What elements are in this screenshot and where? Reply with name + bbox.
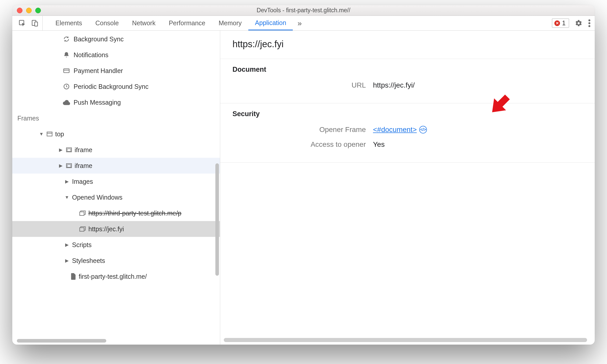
sidebar-item-label: Payment Handler bbox=[74, 67, 123, 75]
expand-icon[interactable]: ▶ bbox=[64, 242, 69, 248]
frame-icon bbox=[66, 147, 72, 153]
settings-icon[interactable] bbox=[575, 19, 582, 27]
tab-application[interactable]: Application bbox=[248, 16, 293, 30]
error-count: 1 bbox=[562, 19, 566, 27]
sidebar-item-label: Background Sync bbox=[74, 35, 124, 43]
url-key: URL bbox=[232, 81, 373, 89]
document-icon bbox=[71, 273, 76, 280]
window-titlebar: DevTools - first-party-test.glitch.me// bbox=[12, 5, 595, 16]
tree-label: Scripts bbox=[72, 241, 91, 249]
opened-window-jec-fyi[interactable]: https://jec.fyi bbox=[12, 221, 220, 237]
tree-label: https://third-party-test.glitch.me/p bbox=[88, 210, 181, 217]
tab-console[interactable]: Console bbox=[89, 16, 125, 30]
tab-elements[interactable]: Elements bbox=[49, 16, 89, 30]
sidebar-item-notifications[interactable]: Notifications bbox=[12, 47, 220, 63]
expand-icon[interactable]: ▶ bbox=[58, 147, 63, 153]
tree-label: Images bbox=[72, 178, 93, 185]
main-horizontal-scrollbar[interactable] bbox=[224, 338, 587, 342]
device-toggle-icon[interactable] bbox=[31, 19, 39, 27]
tree-label: Stylesheets bbox=[72, 257, 105, 264]
svg-point-3 bbox=[588, 19, 590, 21]
access-value: Yes bbox=[373, 140, 385, 149]
expand-icon[interactable]: ▶ bbox=[58, 163, 63, 168]
bell-icon bbox=[62, 52, 71, 58]
security-section: Security Opener Frame <#document> </> Ac… bbox=[220, 103, 595, 163]
svg-rect-12 bbox=[67, 149, 71, 151]
opener-frame-row: Opener Frame <#document> </> bbox=[232, 126, 582, 134]
frame-top[interactable]: ▼ top bbox=[12, 126, 220, 142]
sidebar-item-periodic-sync[interactable]: Periodic Background Sync bbox=[12, 79, 220, 94]
sidebar-item-label: Notifications bbox=[74, 51, 108, 59]
tab-network[interactable]: Network bbox=[125, 16, 162, 30]
reveal-in-elements-icon[interactable]: </> bbox=[419, 126, 427, 134]
expand-icon[interactable]: ▶ bbox=[64, 179, 69, 184]
tree-document[interactable]: first-party-test.glitch.me/ bbox=[12, 269, 220, 284]
frame-details-pane: https://jec.fyi Document URL https://jec… bbox=[220, 31, 595, 345]
window-title: DevTools - first-party-test.glitch.me// bbox=[12, 7, 595, 14]
tree-label: Opened Windows bbox=[72, 194, 122, 201]
opened-window-closed[interactable]: https://third-party-test.glitch.me/p bbox=[12, 205, 220, 221]
tree-label: iframe bbox=[75, 162, 92, 169]
sidebar-item-payment-handler[interactable]: Payment Handler bbox=[12, 63, 220, 79]
opener-frame-key: Opener Frame bbox=[232, 126, 373, 134]
tree-scripts[interactable]: ▶ Scripts bbox=[12, 237, 220, 253]
opener-frame-link[interactable]: <#document> bbox=[373, 126, 417, 134]
svg-rect-2 bbox=[35, 22, 38, 26]
svg-point-5 bbox=[588, 25, 590, 27]
more-tabs-button[interactable]: » bbox=[293, 19, 306, 28]
tree-label: https://jec.fyi bbox=[88, 225, 124, 233]
frame-iframe-1[interactable]: ▶ iframe bbox=[12, 142, 220, 158]
tree-images[interactable]: ▶ Images bbox=[12, 174, 220, 189]
devtools-tabs: Elements Console Network Performance Mem… bbox=[43, 16, 552, 30]
tree-label: top bbox=[55, 130, 64, 138]
tab-performance[interactable]: Performance bbox=[162, 16, 212, 30]
sidebar-item-label: Periodic Background Sync bbox=[74, 83, 148, 90]
frame-iframe-2[interactable]: ▶ iframe bbox=[12, 158, 220, 174]
window-multi-icon bbox=[79, 226, 86, 232]
sync-icon bbox=[62, 36, 71, 42]
svg-rect-6 bbox=[64, 69, 69, 72]
sidebar-item-background-sync[interactable]: Background Sync bbox=[12, 31, 220, 47]
url-value: https://jec.fyi/ bbox=[373, 81, 415, 89]
inspect-element-icon[interactable] bbox=[18, 19, 26, 27]
frame-url-title: https://jec.fyi bbox=[220, 31, 595, 59]
sidebar-item-label: Push Messaging bbox=[74, 99, 121, 106]
document-section: Document URL https://jec.fyi/ bbox=[220, 59, 595, 103]
svg-rect-15 bbox=[80, 212, 84, 215]
clock-icon bbox=[62, 83, 71, 90]
cloud-icon bbox=[62, 100, 71, 105]
tab-memory[interactable]: Memory bbox=[212, 16, 248, 30]
document-url-row: URL https://jec.fyi/ bbox=[232, 81, 582, 89]
frames-heading: Frames bbox=[12, 110, 220, 126]
expand-icon[interactable]: ▼ bbox=[39, 131, 44, 137]
window-icon bbox=[46, 131, 53, 137]
error-icon: ✕ bbox=[554, 20, 560, 26]
annotation-arrow-icon bbox=[486, 90, 515, 118]
svg-rect-14 bbox=[67, 165, 71, 167]
document-heading: Document bbox=[232, 66, 582, 74]
tree-label: iframe bbox=[75, 146, 92, 154]
more-options-icon[interactable] bbox=[588, 19, 591, 27]
window-multi-icon bbox=[79, 210, 86, 216]
error-count-badge[interactable]: ✕ 1 bbox=[552, 18, 569, 28]
devtools-window: DevTools - first-party-test.glitch.me// … bbox=[12, 5, 595, 345]
tree-opened-windows[interactable]: ▼ Opened Windows bbox=[12, 189, 220, 205]
sidebar-item-push-messaging[interactable]: Push Messaging bbox=[12, 94, 220, 110]
application-sidebar: Background Sync Notifications Payment Ha… bbox=[12, 31, 220, 345]
tree-stylesheets[interactable]: ▶ Stylesheets bbox=[12, 253, 220, 269]
credit-card-icon bbox=[62, 67, 71, 74]
sidebar-vertical-scrollbar[interactable] bbox=[215, 163, 219, 276]
access-to-opener-row: Access to opener Yes bbox=[232, 140, 582, 149]
devtools-body: Background Sync Notifications Payment Ha… bbox=[12, 31, 595, 345]
sidebar-horizontal-scrollbar[interactable] bbox=[17, 339, 106, 343]
expand-icon[interactable]: ▼ bbox=[64, 195, 69, 200]
svg-point-4 bbox=[588, 22, 590, 24]
access-key: Access to opener bbox=[232, 140, 373, 149]
frame-icon bbox=[66, 163, 72, 168]
devtools-toolbar: Elements Console Network Performance Mem… bbox=[12, 16, 595, 31]
tree-label: first-party-test.glitch.me/ bbox=[79, 273, 147, 280]
svg-rect-16 bbox=[80, 228, 84, 231]
svg-rect-9 bbox=[47, 132, 52, 136]
expand-icon[interactable]: ▶ bbox=[64, 258, 69, 263]
security-heading: Security bbox=[232, 110, 582, 118]
